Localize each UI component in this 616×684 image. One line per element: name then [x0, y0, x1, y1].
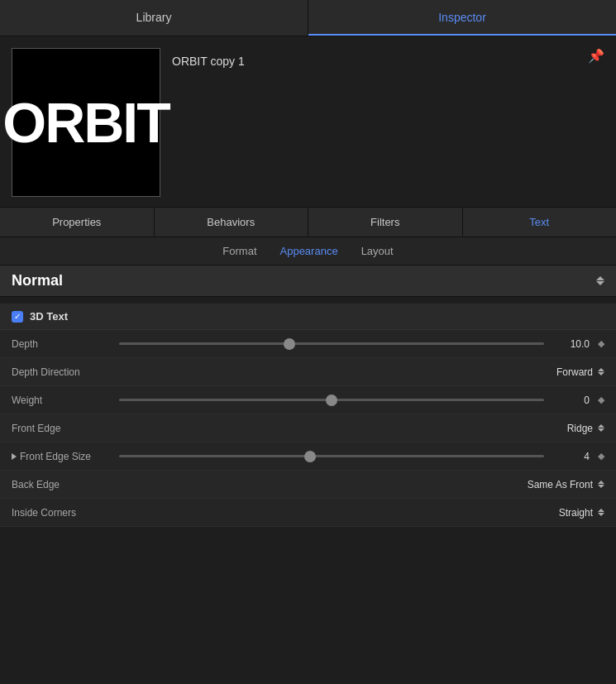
tab-properties[interactable]: Properties: [0, 208, 155, 237]
section-divider: [0, 297, 616, 304]
text-tab-format[interactable]: Format: [222, 245, 256, 257]
depth-label: Depth: [12, 338, 119, 350]
top-tabs-container: Library Inspector: [0, 0, 616, 36]
checkmark-icon: ✓: [14, 313, 21, 321]
front-edge-size-slider-track[interactable]: [119, 455, 544, 457]
depth-slider-track[interactable]: [119, 342, 544, 345]
inside-corners-row: Inside Corners Straight: [0, 499, 616, 527]
text-sub-tabs-container: Format Appearance Layout: [0, 237, 616, 265]
3d-text-row: ✓ 3D Text: [0, 304, 616, 330]
inside-corners-up-icon[interactable]: [598, 509, 604, 512]
preview-area: ORBIT ORBIT copy 1 📌: [0, 36, 616, 208]
depth-slider-area[interactable]: [119, 342, 544, 345]
text-tab-layout[interactable]: Layout: [361, 245, 394, 257]
depth-row: Depth 10.0 ◆: [0, 330, 616, 358]
inside-corners-label: Inside Corners: [12, 507, 119, 519]
weight-slider-thumb[interactable]: [326, 395, 337, 406]
front-edge-stepper[interactable]: [598, 424, 604, 432]
sub-tabs-container: Properties Behaviors Filters Text: [0, 208, 616, 237]
weight-slider-area[interactable]: [119, 399, 544, 401]
front-edge-size-right-controls: 4 ◆: [544, 451, 604, 462]
depth-direction-stepper[interactable]: [598, 368, 604, 375]
depth-direction-label: Depth Direction: [12, 366, 119, 378]
back-edge-row: Back Edge Same As Front: [0, 471, 616, 499]
stepper-down-icon[interactable]: [596, 281, 604, 285]
depth-diamond-icon[interactable]: ◆: [598, 338, 604, 349]
depth-slider-thumb[interactable]: [284, 338, 295, 350]
front-edge-size-value: 4: [544, 451, 590, 462]
normal-selector-row[interactable]: Normal: [0, 265, 616, 297]
normal-selector-label: Normal: [12, 272, 63, 289]
text-tab-appearance[interactable]: Appearance: [280, 245, 338, 257]
weight-row: Weight 0 ◆: [0, 386, 616, 414]
front-edge-up-icon[interactable]: [598, 424, 604, 428]
front-edge-size-slider-area[interactable]: [119, 455, 544, 457]
tab-filters[interactable]: Filters: [308, 208, 463, 237]
inside-corners-value: Straight: [559, 507, 593, 519]
depth-right-controls: 10.0 ◆: [544, 338, 604, 350]
front-edge-size-label: Front Edge Size: [12, 451, 119, 462]
back-edge-stepper[interactable]: [598, 481, 604, 488]
tab-behaviors[interactable]: Behaviors: [155, 208, 309, 237]
front-edge-size-diamond-icon[interactable]: ◆: [598, 451, 604, 462]
depth-direction-select[interactable]: Forward: [556, 366, 604, 378]
front-edge-size-expand-icon[interactable]: [12, 453, 17, 460]
front-edge-row: Front Edge Ridge: [0, 414, 616, 442]
pin-icon[interactable]: 📌: [588, 48, 604, 64]
tab-library[interactable]: Library: [0, 0, 308, 36]
properties-scroll: Depth 10.0 ◆ Depth Direction Forward Wei…: [0, 330, 616, 527]
front-edge-value: Ridge: [567, 423, 593, 434]
front-edge-down-icon[interactable]: [598, 428, 604, 432]
back-edge-down-icon[interactable]: [598, 485, 604, 488]
front-edge-label: Front Edge: [12, 423, 119, 434]
preview-thumbnail: ORBIT: [12, 48, 160, 197]
front-edge-size-slider-thumb[interactable]: [304, 451, 316, 462]
normal-stepper[interactable]: [596, 276, 604, 285]
inside-corners-select[interactable]: Straight: [559, 507, 604, 519]
front-edge-select[interactable]: Ridge: [567, 423, 604, 434]
depth-value: 10.0: [544, 338, 590, 350]
preview-title: ORBIT copy 1: [172, 55, 604, 68]
inside-corners-down-icon[interactable]: [598, 513, 604, 516]
weight-right-controls: 0 ◆: [544, 395, 604, 406]
weight-slider-track[interactable]: [119, 399, 544, 401]
thumbnail-text: ORBIT: [2, 90, 170, 155]
inside-corners-stepper[interactable]: [598, 509, 604, 516]
tab-text[interactable]: Text: [463, 208, 617, 237]
back-edge-select[interactable]: Same As Front: [528, 479, 604, 490]
weight-value: 0: [544, 395, 590, 406]
depth-direction-up-icon[interactable]: [598, 368, 604, 371]
weight-label: Weight: [12, 395, 119, 406]
front-edge-size-row: Front Edge Size 4 ◆: [0, 442, 616, 471]
back-edge-label: Back Edge: [12, 479, 119, 490]
depth-direction-down-icon[interactable]: [598, 372, 604, 375]
3d-text-label: 3D Text: [30, 310, 68, 323]
3d-text-checkbox[interactable]: ✓: [12, 311, 23, 323]
back-edge-up-icon[interactable]: [598, 481, 604, 484]
tab-inspector[interactable]: Inspector: [308, 0, 616, 36]
stepper-up-icon[interactable]: [596, 276, 604, 280]
depth-direction-row: Depth Direction Forward: [0, 358, 616, 386]
back-edge-value: Same As Front: [528, 479, 593, 490]
weight-diamond-icon[interactable]: ◆: [598, 395, 604, 405]
depth-direction-value: Forward: [556, 366, 593, 378]
